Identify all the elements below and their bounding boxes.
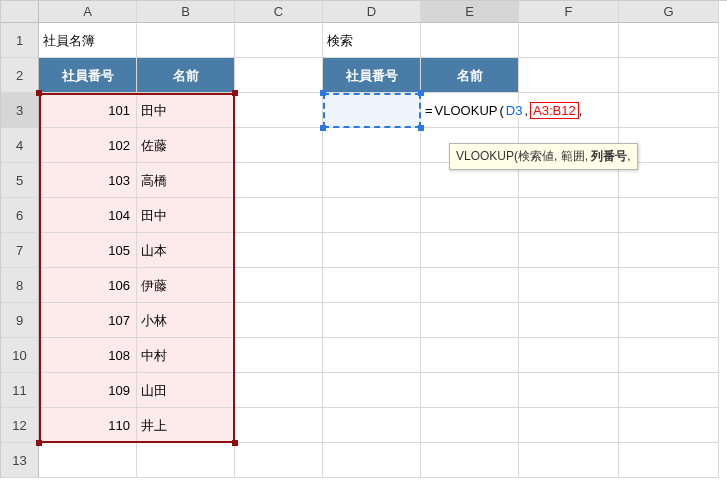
cell-B12[interactable]: 井上 [137, 408, 235, 443]
cell-E12[interactable] [421, 408, 519, 443]
cell-A11[interactable]: 109 [39, 373, 137, 408]
cell-A4[interactable]: 102 [39, 128, 137, 163]
cell-C8[interactable] [235, 268, 323, 303]
cell-F13[interactable] [519, 443, 619, 478]
cell-E8[interactable] [421, 268, 519, 303]
cell-F11[interactable] [519, 373, 619, 408]
cell-D10[interactable] [323, 338, 421, 373]
cell-F8[interactable] [519, 268, 619, 303]
cell-A3[interactable]: 101 [39, 93, 137, 128]
cell-F7[interactable] [519, 233, 619, 268]
cell-E6[interactable] [421, 198, 519, 233]
col-header-D[interactable]: D [323, 1, 421, 23]
row-header-3[interactable]: 3 [1, 93, 39, 128]
cell-C2[interactable] [235, 58, 323, 93]
cell-E7[interactable] [421, 233, 519, 268]
col-header-B[interactable]: B [137, 1, 235, 23]
cell-A6[interactable]: 104 [39, 198, 137, 233]
cell-D2[interactable]: 社員番号 [323, 58, 421, 93]
cell-E1[interactable] [421, 23, 519, 58]
row-header-12[interactable]: 12 [1, 408, 39, 443]
cell-C12[interactable] [235, 408, 323, 443]
cell-A2[interactable]: 社員番号 [39, 58, 137, 93]
col-header-G[interactable]: G [619, 1, 719, 23]
cell-G9[interactable] [619, 303, 719, 338]
cell-D6[interactable] [323, 198, 421, 233]
cell-D11[interactable] [323, 373, 421, 408]
cell-G13[interactable] [619, 443, 719, 478]
row-header-8[interactable]: 8 [1, 268, 39, 303]
cell-A8[interactable]: 106 [39, 268, 137, 303]
cell-B6[interactable]: 田中 [137, 198, 235, 233]
row-header-10[interactable]: 10 [1, 338, 39, 373]
cell-C1[interactable] [235, 23, 323, 58]
cell-E3-formula-editing[interactable]: =VLOOKUP(D3,A3:B12, [421, 93, 519, 128]
row-header-11[interactable]: 11 [1, 373, 39, 408]
row-header-6[interactable]: 6 [1, 198, 39, 233]
cell-A12[interactable]: 110 [39, 408, 137, 443]
cell-D9[interactable] [323, 303, 421, 338]
col-header-E[interactable]: E [421, 1, 519, 23]
cell-A10[interactable]: 108 [39, 338, 137, 373]
cell-B5[interactable]: 高橋 [137, 163, 235, 198]
cell-G6[interactable] [619, 198, 719, 233]
col-header-C[interactable]: C [235, 1, 323, 23]
cell-C3[interactable] [235, 93, 323, 128]
cell-A13[interactable] [39, 443, 137, 478]
cell-D5[interactable] [323, 163, 421, 198]
cell-E13[interactable] [421, 443, 519, 478]
cell-F9[interactable] [519, 303, 619, 338]
cell-D7[interactable] [323, 233, 421, 268]
cell-C4[interactable] [235, 128, 323, 163]
cell-B3[interactable]: 田中 [137, 93, 235, 128]
cell-G10[interactable] [619, 338, 719, 373]
row-header-9[interactable]: 9 [1, 303, 39, 338]
cell-C11[interactable] [235, 373, 323, 408]
cell-G8[interactable] [619, 268, 719, 303]
cell-C13[interactable] [235, 443, 323, 478]
cell-D13[interactable] [323, 443, 421, 478]
cell-D8[interactable] [323, 268, 421, 303]
spreadsheet-grid[interactable]: A B C D E F G 1 社員名簿 検索 2 社員番号 名前 社員番号 名… [0, 0, 727, 478]
cell-B9[interactable]: 小林 [137, 303, 235, 338]
col-header-F[interactable]: F [519, 1, 619, 23]
cell-D3[interactable] [323, 93, 421, 128]
cell-G2[interactable] [619, 58, 719, 93]
cell-G7[interactable] [619, 233, 719, 268]
cell-F6[interactable] [519, 198, 619, 233]
hint-arg-col[interactable]: 列番号 [591, 149, 627, 163]
cell-D12[interactable] [323, 408, 421, 443]
function-hint-tooltip[interactable]: VLOOKUP(検索値, 範囲, 列番号, [449, 143, 638, 170]
cell-F12[interactable] [519, 408, 619, 443]
cell-D1[interactable]: 検索 [323, 23, 421, 58]
cell-B7[interactable]: 山本 [137, 233, 235, 268]
cell-E11[interactable] [421, 373, 519, 408]
cell-C7[interactable] [235, 233, 323, 268]
cell-G12[interactable] [619, 408, 719, 443]
cell-D4[interactable] [323, 128, 421, 163]
cell-E10[interactable] [421, 338, 519, 373]
cell-A7[interactable]: 105 [39, 233, 137, 268]
row-header-5[interactable]: 5 [1, 163, 39, 198]
cell-B2[interactable]: 名前 [137, 58, 235, 93]
hint-arg-search[interactable]: 検索値 [518, 149, 554, 163]
row-header-7[interactable]: 7 [1, 233, 39, 268]
cell-E9[interactable] [421, 303, 519, 338]
cell-C6[interactable] [235, 198, 323, 233]
cell-B13[interactable] [137, 443, 235, 478]
cell-B8[interactable]: 伊藤 [137, 268, 235, 303]
cell-A9[interactable]: 107 [39, 303, 137, 338]
cell-A1[interactable]: 社員名簿 [39, 23, 137, 58]
cell-C9[interactable] [235, 303, 323, 338]
select-all-corner[interactable] [1, 1, 39, 23]
cell-B1[interactable] [137, 23, 235, 58]
row-header-13[interactable]: 13 [1, 443, 39, 478]
row-header-2[interactable]: 2 [1, 58, 39, 93]
col-header-A[interactable]: A [39, 1, 137, 23]
cell-G11[interactable] [619, 373, 719, 408]
cell-E2[interactable]: 名前 [421, 58, 519, 93]
cell-F1[interactable] [519, 23, 619, 58]
cell-A5[interactable]: 103 [39, 163, 137, 198]
cell-B4[interactable]: 佐藤 [137, 128, 235, 163]
row-header-4[interactable]: 4 [1, 128, 39, 163]
